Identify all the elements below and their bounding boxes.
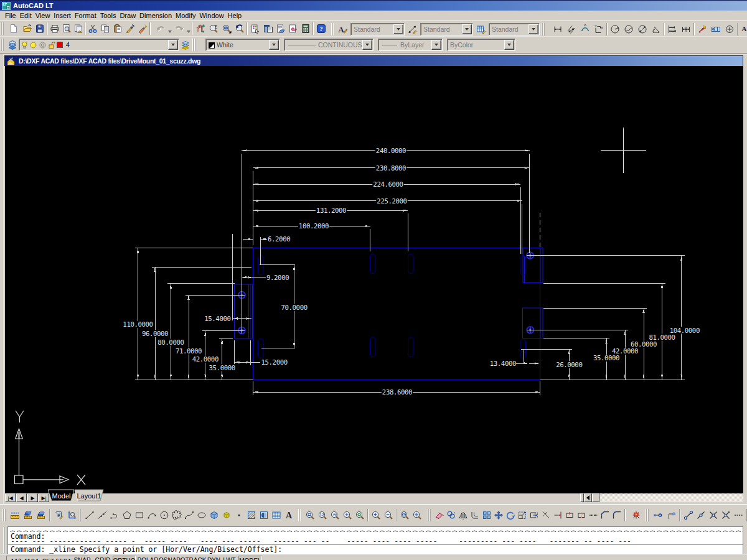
lineweight-dropdown-button[interactable]	[431, 40, 441, 50]
designcenter-button[interactable]	[261, 22, 275, 35]
textstyle-button[interactable]: A	[337, 22, 349, 35]
matchprops-button[interactable]	[124, 22, 136, 35]
status-toggle-ortho[interactable]: ORTHO	[113, 556, 136, 560]
layerprev-button[interactable]	[179, 39, 192, 52]
table-style-dropdown-button[interactable]	[529, 24, 538, 34]
command-history[interactable]: Command: ---- --- ------------ ----- - -…	[7, 526, 743, 554]
spline-button[interactable]	[183, 509, 195, 521]
plot-button[interactable]	[49, 22, 60, 35]
flyout-flyout-arrow[interactable]	[186, 22, 191, 35]
drawing-window-title-bar[interactable]: D:\DXF ACAD files\DXF ACAD files\DriveMo…	[4, 55, 743, 66]
zoom-extents-button[interactable]	[411, 509, 423, 521]
toolbar-grip[interactable]	[298, 509, 303, 521]
zoom-center-button[interactable]	[341, 509, 354, 521]
rotate-button[interactable]	[504, 509, 516, 521]
zoom-realtime-button[interactable]	[207, 22, 220, 35]
polyline-button[interactable]	[108, 509, 121, 521]
tab-nav-next-button[interactable]: ▶	[27, 493, 38, 502]
hscroll-left-button[interactable]	[584, 493, 592, 502]
menu-dimension[interactable]: Dimension	[138, 11, 174, 21]
pan-button[interactable]	[194, 22, 207, 35]
flyout-flyout-arrow[interactable]	[167, 22, 172, 35]
explode-button[interactable]	[630, 509, 642, 521]
dim-radius-button[interactable]	[608, 22, 622, 35]
line-button[interactable]	[83, 509, 96, 521]
dim-angular-button[interactable]	[649, 22, 663, 35]
id-point-button[interactable]	[65, 509, 78, 521]
array-button[interactable]	[481, 509, 492, 521]
color-dropdown-button[interactable]	[269, 40, 279, 50]
revcloud-button[interactable]	[171, 509, 183, 521]
hscroll-thumb[interactable]	[592, 493, 599, 502]
markup-button[interactable]	[287, 22, 299, 35]
status-toggle-model[interactable]: MODEL	[238, 556, 262, 560]
preview-button[interactable]	[60, 22, 72, 35]
break-button[interactable]	[575, 509, 587, 521]
publish-button[interactable]	[72, 22, 84, 35]
text-style-combobox[interactable]: Standard	[350, 23, 405, 35]
dim-aligned-button[interactable]	[565, 22, 578, 35]
construction-line-button[interactable]	[96, 509, 108, 521]
toolbar-grip[interactable]	[2, 509, 7, 521]
dim-tolerance-button[interactable]: .1	[709, 22, 723, 35]
stretch-button[interactable]	[528, 509, 540, 521]
status-toggle-otrack[interactable]: OTRACK	[180, 556, 207, 560]
ellipse-button[interactable]	[195, 509, 208, 521]
cut-button[interactable]	[87, 22, 99, 35]
polygon-button[interactable]	[121, 509, 133, 521]
tab-model-label[interactable]: Model	[52, 492, 71, 500]
zoom-window-button[interactable]	[220, 22, 233, 35]
toolbar-grip[interactable]	[1, 39, 5, 51]
snap-midpoint-button[interactable]	[695, 509, 707, 521]
toolbar-grip[interactable]	[542, 23, 546, 35]
drawing-canvas[interactable]: 240.0000230.8000224.6000225.2000131.2000…	[5, 66, 743, 489]
dim-ordinate-button[interactable]: XY	[592, 22, 606, 35]
hatch-button[interactable]	[245, 509, 258, 521]
scale-button[interactable]	[516, 509, 528, 521]
status-toggle-grid[interactable]: GRID	[93, 556, 113, 560]
point-button[interactable]	[233, 509, 245, 521]
redo-button[interactable]	[172, 22, 186, 35]
tablestyle-button[interactable]	[475, 22, 487, 35]
snap-apparent-button[interactable]	[720, 509, 732, 521]
paste-button[interactable]	[111, 22, 124, 35]
snap-from-button[interactable]	[651, 509, 664, 521]
dim-linear-button[interactable]	[551, 22, 565, 35]
list-button[interactable]	[52, 509, 65, 521]
help-button[interactable]: ?	[314, 22, 327, 35]
status-toggle-dyn[interactable]: DYN	[205, 556, 222, 560]
plot-style-dropdown-button[interactable]	[504, 40, 514, 50]
menu-help[interactable]: Help	[226, 11, 244, 21]
zoom-dynamic-button[interactable]	[316, 509, 329, 521]
trim-button[interactable]	[540, 509, 552, 521]
distance-button[interactable]	[8, 509, 21, 521]
zoom-object-button[interactable]	[354, 509, 366, 521]
snap-intersection-button[interactable]	[707, 509, 720, 521]
dim-continue-button[interactable]	[679, 22, 693, 35]
rectangle-button[interactable]	[133, 509, 146, 521]
menu-window[interactable]: Window	[197, 11, 225, 21]
table-style-combobox[interactable]: Standard	[489, 23, 540, 35]
tab-nav-first-button[interactable]: |◀	[5, 493, 16, 502]
sheetset-button[interactable]	[275, 22, 287, 35]
status-toggle-osnap[interactable]: OSNAP	[159, 556, 181, 560]
snap-endpoint-button[interactable]	[682, 509, 695, 521]
open-button[interactable]	[21, 22, 34, 35]
toolbar-grip[interactable]	[1, 22, 5, 35]
chamfer-button[interactable]	[599, 509, 611, 521]
fillet-button[interactable]	[611, 509, 622, 521]
editblock-button[interactable]	[136, 22, 149, 35]
toolbar-grip[interactable]	[192, 39, 197, 51]
move-button[interactable]	[492, 509, 504, 521]
dim-style-combobox[interactable]: Standard	[420, 23, 473, 35]
menu-tools[interactable]: Tools	[98, 11, 118, 21]
undo-button[interactable]	[154, 22, 167, 35]
tab-nav-prev-button[interactable]: ◀	[16, 493, 27, 502]
save-button[interactable]	[34, 22, 46, 35]
menu-file[interactable]: File	[3, 11, 18, 21]
tab-layout1-label[interactable]: Layout1	[77, 492, 101, 500]
join-button[interactable]	[587, 509, 599, 521]
menu-insert[interactable]: Insert	[52, 11, 73, 21]
layer-combobox[interactable]: 4	[19, 39, 179, 51]
gradient-button[interactable]	[258, 509, 270, 521]
